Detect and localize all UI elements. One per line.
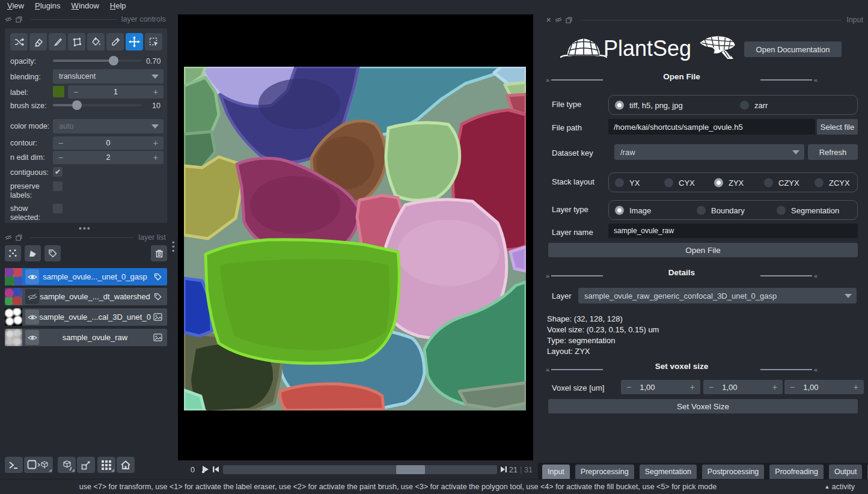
float-panel-icon[interactable] [16,234,22,241]
radio-icon[interactable] [740,100,749,109]
ndisplay-toggle-button[interactable] [24,457,53,473]
file-type-option-zarr[interactable]: zarr [740,100,768,109]
radio-icon[interactable] [764,178,773,187]
new-shapes-layer-button[interactable] [25,245,41,261]
file-type-option-tiff[interactable]: tiff, h5, png, jpg [615,100,683,109]
label-spinbox[interactable]: − 1 + [68,85,164,99]
voxel-size-y-spinbox[interactable]: − 1,00 + [703,380,783,394]
label-eraser-button[interactable] [29,33,47,50]
new-labels-layer-button[interactable] [44,245,61,261]
minus-icon[interactable]: − [790,383,795,391]
plus-icon[interactable]: + [153,153,158,162]
menu-plugins[interactable]: Plugins [35,1,61,10]
roll-dimensions-button[interactable] [58,457,76,473]
layer-type-option-boundary[interactable]: Boundary [697,206,745,215]
layer-row[interactable]: sample_ovule_..._dt_watershed [5,288,167,305]
menu-window[interactable]: Window [72,1,99,10]
activity-button[interactable]: ▲ activity [824,483,855,491]
menu-view[interactable]: View [7,1,24,10]
contour-spinbox[interactable]: − 0 + [53,136,164,150]
float-panel-icon[interactable] [566,17,572,23]
grid-view-button[interactable] [97,457,115,473]
minus-icon[interactable]: − [709,383,714,391]
layer-row[interactable]: sample_ovule..._unet_0_gasp [5,268,167,285]
radio-icon[interactable] [714,178,723,187]
tab-input[interactable]: Input [542,465,570,479]
close-icon[interactable]: ✕ [546,16,551,24]
visibility-toggle[interactable] [25,310,39,325]
transform-button[interactable] [145,33,162,50]
layer-row[interactable]: sample_ovule_...cal_3D_unet_0 [5,308,167,326]
radio-icon[interactable] [777,206,786,215]
radio-icon[interactable] [815,178,824,187]
stack-layout-option-cyx[interactable]: CYX [664,178,695,187]
plus-icon[interactable]: + [153,88,158,96]
visibility-toggle[interactable] [25,269,39,284]
new-points-layer-button[interactable] [5,245,21,261]
shuffle-colors-button[interactable] [10,33,28,50]
layer-type-option-image[interactable]: Image [615,206,651,215]
label-color-swatch[interactable] [53,86,64,97]
select-file-button[interactable]: Select file [817,119,858,135]
visibility-toggle[interactable] [25,289,39,304]
console-button[interactable] [5,457,23,473]
play-button[interactable] [201,465,210,474]
hide-panel-icon[interactable] [555,17,562,23]
radio-icon[interactable] [697,206,706,215]
color-picker-button[interactable] [106,33,124,50]
plus-icon[interactable]: + [690,383,695,391]
voxel-size-x-spinbox[interactable]: − 1,00 + [784,380,864,394]
hide-panel-icon[interactable] [5,16,12,22]
tab-output[interactable]: Output [829,465,863,479]
radio-icon[interactable] [615,206,624,215]
delete-layer-button[interactable] [151,245,167,261]
plus-icon[interactable]: + [153,139,158,147]
contiguous-checkbox[interactable]: ✔ [53,167,63,177]
tab-proofreading[interactable]: Proofreading [769,465,824,479]
plus-icon[interactable]: + [772,383,777,391]
radio-icon[interactable] [615,100,624,109]
hide-panel-icon[interactable] [5,234,12,240]
minus-icon[interactable]: − [58,139,63,147]
frame-scrollbar[interactable] [223,465,497,474]
voxel-size-z-spinbox[interactable]: − 1,00 + [621,380,700,394]
radio-icon[interactable] [664,178,673,187]
minus-icon[interactable]: − [626,383,631,391]
preserve-labels-checkbox[interactable] [53,181,63,191]
layer-name-input[interactable] [608,224,858,238]
set-voxel-size-button[interactable]: Set Voxel Size [548,399,858,413]
stack-layout-option-yx[interactable]: YX [615,178,640,187]
transpose-dimensions-button[interactable] [77,457,95,473]
opacity-slider[interactable] [53,56,141,66]
fill-bucket-button[interactable] [87,33,105,50]
stack-layout-option-czyx[interactable]: CZYX [764,178,799,187]
menu-help[interactable]: Help [110,1,126,10]
pan-zoom-button[interactable] [126,33,143,50]
color-mode-dropdown[interactable]: auto [53,119,164,133]
brush-size-slider[interactable] [53,100,141,110]
viewer-canvas[interactable] [178,14,533,460]
open-file-button[interactable]: Open File [548,243,858,257]
radio-icon[interactable] [615,178,624,187]
panel-splitter-handle[interactable]: ••• [79,224,91,233]
layer-row[interactable]: sample_ovule_raw [5,329,167,346]
first-frame-button[interactable] [212,465,220,474]
last-frame-button[interactable] [500,465,508,474]
tab-postprocessing[interactable]: Postprocessing [702,465,764,479]
minus-icon[interactable]: − [58,153,63,162]
plus-icon[interactable]: + [854,383,858,391]
blending-dropdown[interactable]: translucent [53,69,164,84]
home-reset-view-button[interactable] [117,457,135,473]
stack-layout-option-zyx[interactable]: ZYX [714,178,744,187]
refresh-button[interactable]: Refresh [808,144,858,160]
open-documentation-button[interactable]: Open Documentation [744,41,842,57]
minus-icon[interactable]: − [73,88,78,96]
polygon-tool-button[interactable] [68,33,85,50]
details-layer-dropdown[interactable]: sample_ovule_raw_generic_confocal_3D_une… [578,288,857,303]
visibility-toggle[interactable] [25,330,39,345]
tab-segmentation[interactable]: Segmentation [640,465,697,479]
dataset-key-dropdown[interactable]: /raw [614,144,804,160]
float-panel-icon[interactable] [16,16,22,23]
paint-brush-button[interactable] [49,33,66,50]
frame-scrollbar-handle[interactable] [396,465,425,474]
